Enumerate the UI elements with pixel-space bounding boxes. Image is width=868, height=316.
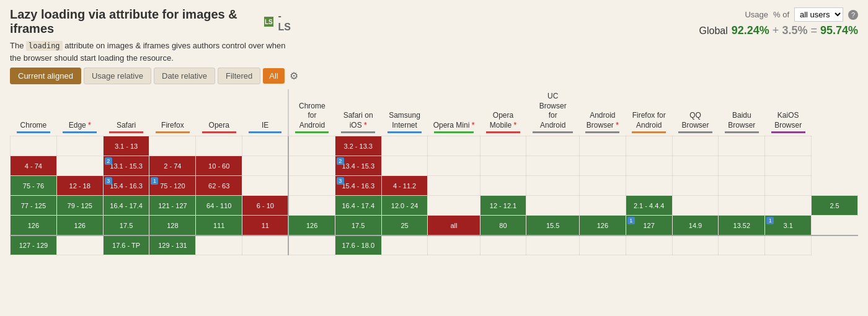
cell xyxy=(626,136,672,156)
cell: 13.1 xyxy=(765,216,812,235)
cell xyxy=(579,156,626,176)
cell: 13.52 xyxy=(719,216,765,235)
cell: 175 - 120 xyxy=(149,176,196,196)
cell: 315.4 - 16.3 xyxy=(335,176,381,196)
th-samsung: SamsungInternet xyxy=(381,89,428,136)
description: The loading attribute on images & iframe… xyxy=(10,40,295,64)
usage-label: Usage xyxy=(745,10,768,19)
cell: 126 xyxy=(56,216,103,235)
cell: 12.0 - 24 xyxy=(381,196,428,216)
cell xyxy=(765,176,812,196)
table-row: 127 - 12917.6 - TP129 - 13117.6 - 18.0 xyxy=(11,235,858,255)
cell xyxy=(579,196,626,216)
tab-date[interactable]: Date relative xyxy=(154,68,215,84)
tab-current[interactable]: Current aligned xyxy=(10,68,81,84)
cell: 6 - 10 xyxy=(242,196,289,216)
tab-filtered[interactable]: Filtered xyxy=(218,68,260,84)
cell: 2.5 xyxy=(812,196,858,216)
cell xyxy=(288,136,335,156)
table-row: 3.1 - 133.2 - 13.3 xyxy=(11,136,858,156)
cell xyxy=(579,136,626,156)
browser-safari-ios: Safari oniOS * xyxy=(339,111,378,130)
th-opera-mobile: OperaMobile * xyxy=(480,89,526,136)
cell xyxy=(672,156,719,176)
cell xyxy=(56,156,103,176)
page-title: Lazy loading via attribute for images & … xyxy=(10,7,295,36)
cell xyxy=(242,156,289,176)
th-qq: QQBrowser xyxy=(672,89,719,136)
cell xyxy=(480,176,526,196)
cell xyxy=(196,235,242,255)
cell: 15.5 xyxy=(526,216,580,235)
cell: 3.2 - 13.3 xyxy=(335,136,381,156)
controls-bar: Current aligned Usage relative Date rela… xyxy=(0,68,868,89)
title-icon: LS xyxy=(264,17,273,27)
cell xyxy=(480,235,526,255)
th-firefox: Firefox xyxy=(149,89,196,136)
cell xyxy=(381,156,428,176)
cell xyxy=(526,235,580,255)
cell: 62 - 63 xyxy=(196,176,242,196)
global-row: Global 92.24% + 3.5% = 95.74% xyxy=(672,24,858,37)
th-opera-mini: Opera Mini * xyxy=(428,89,480,136)
cell: 16.4 - 17.4 xyxy=(103,196,149,216)
tab-all[interactable]: All xyxy=(263,68,284,84)
th-edge: Edge * xyxy=(56,89,103,136)
th-firefox-android: Firefox forAndroid xyxy=(626,89,672,136)
cell xyxy=(288,196,335,216)
cell xyxy=(428,196,480,216)
cell: 4 - 11.2 xyxy=(381,176,428,196)
cell xyxy=(672,136,719,156)
stat-main: 92.24% xyxy=(732,24,769,37)
th-kaios: KaiOSBrowser xyxy=(765,89,812,136)
cell xyxy=(579,176,626,196)
cell xyxy=(765,235,812,255)
cell xyxy=(56,235,103,255)
table-row: 12612617.51281111112617.525all8015.51261… xyxy=(11,216,858,235)
tab-usage[interactable]: Usage relative xyxy=(84,68,151,84)
cell xyxy=(428,136,480,156)
global-stats: 92.24% + 3.5% = 95.74% xyxy=(732,24,858,37)
browser-chrome: Chrome xyxy=(14,121,53,131)
cell xyxy=(765,136,812,156)
cell: 12 - 12.1 xyxy=(480,196,526,216)
usage-row: Usage % of all users ? xyxy=(672,7,858,22)
cell: 17.6 - TP xyxy=(103,235,149,255)
cell: 17.5 xyxy=(103,216,149,235)
browser-chrome-android: ChromeforAndroid xyxy=(293,102,331,131)
cell xyxy=(672,235,719,255)
settings-icon[interactable]: ⚙ xyxy=(287,68,301,84)
user-select[interactable]: all users xyxy=(794,7,843,22)
cell xyxy=(765,196,812,216)
cell xyxy=(719,136,765,156)
cell xyxy=(626,176,672,196)
code-inline: loading xyxy=(26,41,63,51)
cell xyxy=(526,156,580,176)
cell xyxy=(428,235,480,255)
stat-partial: 3.5% xyxy=(782,24,807,37)
th-safari: Safari xyxy=(103,89,149,136)
th-android-browser: AndroidBrowser * xyxy=(579,89,626,136)
th-opera: Opera xyxy=(196,89,242,136)
cell: 17.5 xyxy=(335,216,381,235)
browser-baidu: BaiduBrowser xyxy=(722,111,761,130)
cell xyxy=(242,136,289,156)
browser-firefox-android: Firefox forAndroid xyxy=(629,111,668,130)
help-icon[interactable]: ? xyxy=(848,10,858,20)
stat-plus: + xyxy=(773,24,782,37)
browser-opera-mobile: OperaMobile * xyxy=(484,111,523,130)
cell xyxy=(626,235,672,255)
left-panel: Lazy loading via attribute for images & … xyxy=(10,7,295,64)
cell: 64 - 110 xyxy=(196,196,242,216)
desc-pre: The xyxy=(10,41,26,50)
table-row: 75 - 7612 - 18315.4 - 16.3175 - 12062 - … xyxy=(11,176,858,196)
cell xyxy=(719,176,765,196)
cell: 75 - 76 xyxy=(11,176,57,196)
right-panel: Usage % of all users ? Global 92.24% + 3… xyxy=(672,7,858,64)
cell: 126 xyxy=(11,216,57,235)
browser-safari: Safari xyxy=(107,121,146,131)
cell: 80 xyxy=(480,216,526,235)
cell: 128 xyxy=(149,216,196,235)
cell: 127 - 129 xyxy=(11,235,57,255)
cell xyxy=(672,196,719,216)
